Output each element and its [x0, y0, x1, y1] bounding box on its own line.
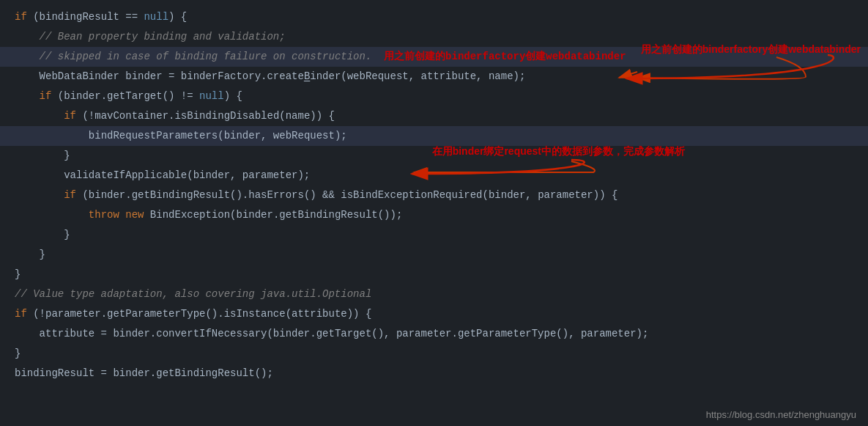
code-text: (binder.getTarget() !=	[51, 87, 199, 106]
code-text: BindException(binder.getBindingResult())…	[144, 205, 402, 225]
code-text: attribute = binder.convertIfNecessary(bi…	[40, 324, 649, 344]
code-line-4: WebDataBinder binder = binderFactory.cre…	[0, 67, 868, 87]
code-line-7: bindRequestParameters(binder, webRequest…	[0, 126, 868, 146]
indent	[15, 186, 64, 205]
code-line-13: }	[0, 245, 868, 265]
indent	[15, 27, 40, 47]
code-text: (bindingResult ==	[27, 7, 144, 27]
code-line-16: if (!parameter.getParameterType().isInst…	[0, 304, 868, 324]
keyword-null: null	[199, 87, 224, 106]
code-text: bindRequestParameters(binder, webRequest…	[89, 126, 347, 146]
code-line-12: }	[0, 225, 868, 245]
annotation-cn-1d: webdatabinder	[546, 47, 626, 67]
keyword-new: new	[125, 205, 144, 225]
code-line-1: if (bindingResult == null) {	[0, 7, 868, 27]
indent	[15, 205, 89, 225]
keyword-if: if	[15, 7, 27, 27]
code-text: (!mavContainer.isBindingDisabled(name)) …	[76, 106, 335, 126]
code-line-9: validateIfApplicable(binder, parameter);	[0, 166, 868, 186]
indent	[15, 126, 89, 146]
indent	[15, 67, 40, 87]
code-line-14: }	[0, 265, 868, 284]
code-text: }	[40, 245, 45, 265]
indent	[15, 87, 40, 106]
code-line-19: bindingResult = binder.getBindingResult(…	[0, 364, 868, 383]
indent	[15, 47, 40, 67]
code-text: ) {	[168, 7, 187, 27]
code-line-15: // Value type adaptation, also covering …	[0, 284, 868, 304]
code-line-11: throw new BindException(binder.getBindin…	[0, 205, 868, 225]
code-text: }	[64, 225, 70, 245]
code-line-5: if (binder.getTarget() != null) {	[0, 87, 868, 106]
code-text: }	[64, 146, 70, 166]
keyword-if: if	[64, 186, 76, 205]
code-container: if (bindingResult == null) { // Bean pro…	[0, 0, 868, 426]
annotation-cn-1c: 创建	[525, 47, 546, 67]
code-text: ) {	[224, 87, 242, 106]
code-text: (binder.getBindingResult().hasErrors() &…	[76, 186, 617, 205]
code-text: }	[15, 265, 21, 284]
code-text: validateIfApplicable(binder, parameter);	[64, 166, 310, 186]
keyword-null: null	[144, 7, 168, 27]
indent	[15, 166, 64, 186]
comment-text: // skipped in case of binding failure on…	[40, 47, 384, 67]
indent	[15, 324, 40, 344]
code-text: }	[15, 344, 21, 364]
code-line-17: attribute = binder.convertIfNecessary(bi…	[0, 324, 868, 344]
keyword-throw: throw	[89, 205, 119, 225]
code-text: WebDataBinder binder = binderFactory.cre…	[40, 67, 526, 87]
comment-text: // Bean property binding and validation;	[40, 27, 286, 47]
indent	[15, 106, 64, 126]
annotation-cn-1: 用之前创建的	[384, 47, 445, 67]
code-line-18: }	[0, 344, 868, 364]
code-text	[119, 205, 125, 225]
keyword-if: if	[64, 106, 76, 126]
annotation-label-2: 在用binder绑定request中的数据到参数，完成参数解析	[432, 145, 685, 158]
indent	[15, 245, 40, 265]
watermark: https://blog.csdn.net/zhenghuangyu	[706, 409, 856, 420]
code-text: bindingResult = binder.getBindingResult(…	[15, 364, 273, 383]
keyword-if: if	[40, 87, 52, 106]
keyword-if: if	[15, 304, 27, 324]
code-line-6: if (!mavContainer.isBindingDisabled(name…	[0, 106, 868, 126]
code-line-10: if (binder.getBindingResult().hasErrors(…	[0, 186, 868, 205]
annotation-cn-1b: binderfactory	[445, 47, 525, 67]
code-text: (!parameter.getParameterType().isInstanc…	[27, 304, 371, 324]
annotation-label-1: 用之前创建的binderfactory创建webdatabinder	[641, 43, 861, 56]
comment-text: // Value type adaptation, also covering …	[15, 284, 371, 304]
indent	[15, 225, 64, 245]
indent	[15, 146, 64, 166]
